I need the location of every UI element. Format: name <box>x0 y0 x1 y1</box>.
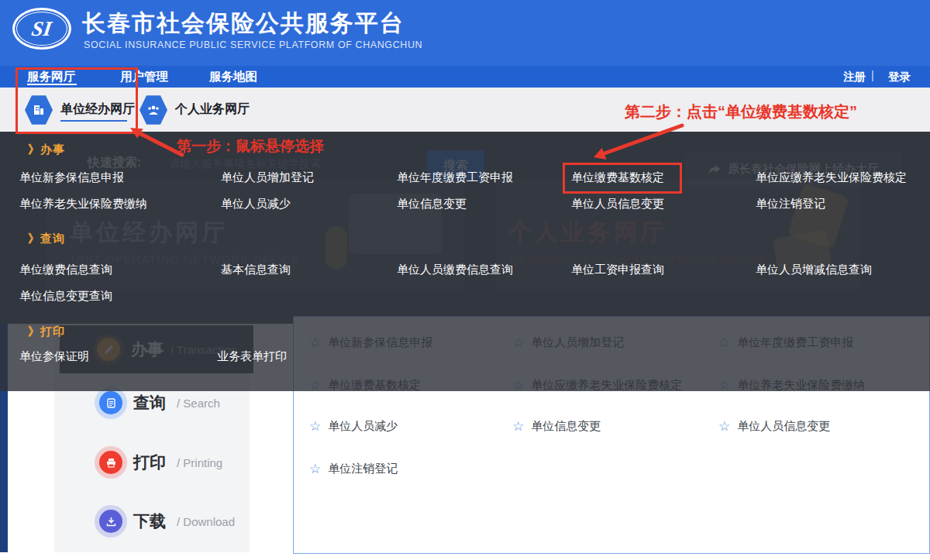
menu-link[interactable]: 单位信息变更 <box>397 197 467 211</box>
sidebar-item-en: / Search <box>177 397 220 410</box>
page: SI 长春市社会保险公共服务平台 SOCIAL INSURANCE PUBLIC… <box>0 0 930 560</box>
menu-link[interactable]: 单位参保证明 <box>19 349 89 364</box>
menu-link[interactable]: 单位应缴养老失业保险费核定 <box>756 170 907 185</box>
section-header-search: 》查询 <box>28 232 65 246</box>
star-icon: ☆ <box>309 462 321 476</box>
si-logo-icon: SI <box>12 8 71 50</box>
menu-link[interactable]: 基本信息查询 <box>221 263 291 277</box>
panel-item-label: 单位注销登记 <box>328 462 398 476</box>
star-icon: ☆ <box>309 420 321 433</box>
panel-item[interactable]: ☆单位人员信息变更 <box>718 419 830 434</box>
panel-item[interactable]: ☆单位人员减少 <box>309 419 398 434</box>
star-icon: ☆ <box>718 420 730 433</box>
menu-link[interactable]: 单位人员增减信息查询 <box>756 263 872 277</box>
menu-link[interactable]: 单位信息变更查询 <box>19 289 112 304</box>
menu-link[interactable]: 单位缴费信息查询 <box>19 263 112 277</box>
sidebar-item-zh: 查询 <box>133 392 166 414</box>
search-icon <box>99 391 122 414</box>
site-title: 长春市社会保险公共服务平台 <box>82 8 405 40</box>
section-header-print: 》打印 <box>28 325 65 339</box>
menu-link[interactable]: 单位养老失业保险费缴纳 <box>19 197 147 211</box>
highlight-box-step1 <box>16 67 138 134</box>
panel-item[interactable]: ☆单位信息变更 <box>512 419 601 434</box>
sidebar-item-download[interactable]: 下载 / Download <box>99 510 235 533</box>
star-icon: ☆ <box>512 420 524 433</box>
main-nav: 服务网厅 用户管理 服务地图 注册 | 登录 <box>0 66 930 88</box>
panel-item-label: 单位人员减少 <box>328 419 398 434</box>
panel-item[interactable]: ☆单位注销登记 <box>309 462 398 476</box>
site-subtitle: SOCIAL INSURANCE PUBLIC SERVICE PLATFORM… <box>84 40 422 50</box>
menu-link[interactable]: 单位新参保信息申报 <box>19 170 124 185</box>
people-icon <box>140 94 167 125</box>
logo-text: SI <box>30 17 53 41</box>
panel-item-label: 单位信息变更 <box>531 419 601 434</box>
nav-item-service-map[interactable]: 服务地图 <box>209 69 257 85</box>
section-marker-icon: 》 <box>28 143 40 156</box>
register-link[interactable]: 注册 <box>843 70 866 84</box>
menu-link[interactable]: 单位年度缴费工资申报 <box>397 170 513 185</box>
section-marker-icon: 》 <box>28 232 40 245</box>
panel-item-label: 单位人员信息变更 <box>737 419 830 434</box>
mega-menu-overlay: 》办事 单位新参保信息申报 单位人员增加登记 单位年度缴费工资申报 单位缴费基数… <box>0 132 930 391</box>
login-link[interactable]: 登录 <box>888 70 911 84</box>
app-header: SI 长春市社会保险公共服务平台 SOCIAL INSURANCE PUBLIC… <box>0 0 930 66</box>
sidebar-item-en: / Download <box>177 515 235 528</box>
highlight-box-step2 <box>563 163 682 194</box>
annotation-step1: 第一步：鼠标悬停选择 <box>177 136 324 156</box>
section-marker-icon: 》 <box>28 325 40 338</box>
sidebar-item-en: / Printing <box>177 456 222 469</box>
tab-personal-hall[interactable]: 个人业务网厅 <box>175 101 250 118</box>
menu-link[interactable]: 单位人员缴费信息查询 <box>397 263 513 277</box>
printer-icon <box>99 451 122 474</box>
auth-divider: | <box>871 69 874 81</box>
menu-link[interactable]: 单位人员增加登记 <box>221 170 314 185</box>
sidebar-item-printing[interactable]: 打印 / Printing <box>99 451 222 474</box>
download-icon <box>99 510 122 533</box>
sidebar-item-zh: 下载 <box>133 510 166 532</box>
menu-link[interactable]: 单位工资申报查询 <box>571 263 664 277</box>
annotation-step2: 第二步：点击“单位缴费基数核定” <box>625 101 857 122</box>
section-header-transaction: 》办事 <box>28 143 65 157</box>
sidebar-item-zh: 打印 <box>133 452 166 473</box>
sidebar-item-search[interactable]: 查询 / Search <box>99 391 220 414</box>
menu-link[interactable]: 业务表单打印 <box>217 349 287 364</box>
menu-link[interactable]: 单位人员减少 <box>221 197 291 211</box>
menu-link[interactable]: 单位人员信息变更 <box>571 197 664 211</box>
menu-link[interactable]: 单位注销登记 <box>756 197 825 211</box>
